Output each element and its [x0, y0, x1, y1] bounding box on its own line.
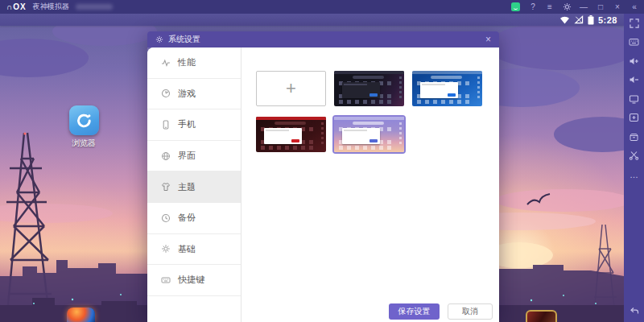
- mini-titlebar: [256, 117, 326, 120]
- titlebar-controls: ? ≡ — □ × «: [511, 2, 639, 11]
- minimize-button[interactable]: —: [579, 2, 588, 11]
- theme-grid: +: [242, 47, 499, 152]
- add-theme-plus-icon: +: [286, 80, 296, 97]
- sidebar-item-performance[interactable]: 性能: [147, 47, 241, 79]
- emulator-screen: 5:28 浏览器 系统设置 ×: [0, 14, 624, 322]
- mini-dialog: [342, 82, 380, 98]
- mini-dock-row: [339, 146, 395, 150]
- fullscreen-icon[interactable]: [629, 18, 640, 28]
- emulator-toolbar: …: [624, 14, 644, 322]
- dialog-close-button[interactable]: ×: [485, 35, 491, 44]
- browser-app-icon[interactable]: 浏览器: [66, 105, 101, 149]
- basic-icon: [161, 244, 171, 254]
- backup-icon: [161, 213, 171, 223]
- volume-down-icon[interactable]: [629, 75, 640, 85]
- blurred-instance-name: [76, 4, 113, 10]
- dialog-header: 系统设置 ×: [147, 31, 499, 47]
- sidebar-item-backup[interactable]: 备份: [147, 203, 241, 234]
- nox-logo: ∩OX: [6, 2, 27, 11]
- game-icon: [161, 89, 171, 98]
- mini-toolbar: [399, 122, 402, 147]
- volume-up-icon[interactable]: [629, 56, 640, 66]
- mini-searchbar: [353, 122, 383, 125]
- maximize-button[interactable]: □: [596, 2, 605, 11]
- back-icon[interactable]: [629, 305, 640, 316]
- mini-toolbar: [477, 76, 480, 101]
- mini-titlebar: [334, 71, 404, 74]
- save-settings-button[interactable]: 保存设置: [389, 303, 440, 320]
- screenshot-cut-icon[interactable]: [629, 151, 640, 161]
- menu-icon[interactable]: ≡: [545, 2, 555, 11]
- sidebar-item-shortcuts[interactable]: 快捷键: [147, 265, 241, 296]
- mini-dialog: [420, 82, 458, 98]
- mini-dialog: [342, 128, 380, 144]
- window-title: 夜神模拟器: [33, 2, 69, 12]
- shortcut-keys-icon: [161, 275, 171, 285]
- dialog-title: 系统设置: [168, 34, 200, 45]
- theme-thumbnail-add-custom-theme[interactable]: +: [256, 71, 326, 106]
- theme-icon: [161, 182, 171, 192]
- system-settings-dialog: 系统设置 × 性能 游戏: [147, 31, 499, 322]
- collapse-toolbar-icon[interactable]: «: [630, 2, 639, 11]
- mini-titlebar: [334, 117, 404, 120]
- sidebar-item-phone[interactable]: 手机: [147, 109, 241, 141]
- settings-sidebar: 性能 游戏 手机 界面: [147, 47, 242, 322]
- sidebar-item-theme[interactable]: 主题: [147, 171, 241, 203]
- game-app-icon-right[interactable]: [526, 310, 557, 322]
- nox-emulator-window: ∩OX 夜神模拟器 ? ≡ — □ × «: [0, 0, 644, 322]
- theme-thumbnail-red-theme[interactable]: [256, 117, 326, 152]
- shared-folder-icon[interactable]: [629, 131, 640, 142]
- mini-toolbar: [321, 122, 324, 147]
- theme-thumbnail-purple-sunset-theme[interactable]: [334, 117, 404, 152]
- titlebar: ∩OX 夜神模拟器 ? ≡ — □ × «: [0, 0, 644, 14]
- phone-icon: [161, 120, 171, 130]
- theme-thumbnail-blue-theme[interactable]: [412, 71, 482, 106]
- cellular-signal-icon: [574, 15, 584, 24]
- mini-titlebar: [412, 71, 482, 74]
- mini-dock-row: [339, 100, 395, 104]
- android-statusbar: 5:28: [0, 14, 624, 26]
- browser-icon-label: 浏览器: [66, 138, 101, 149]
- virtual-keyboard-icon[interactable]: [629, 37, 640, 47]
- sidebar-item-basic[interactable]: 基础: [147, 234, 241, 266]
- sidebar-item-interface[interactable]: 界面: [147, 141, 241, 172]
- mini-dock-row: [261, 146, 317, 150]
- mini-dock-row: [417, 100, 473, 104]
- app-store-icon[interactable]: [511, 2, 521, 11]
- mini-dialog: [264, 128, 302, 144]
- interface-icon: [161, 151, 171, 161]
- status-time: 5:28: [598, 15, 617, 25]
- more-options-icon[interactable]: …: [629, 169, 640, 180]
- store-smiley-icon: [511, 2, 520, 11]
- browser-icon-glyph: [69, 105, 99, 135]
- dialog-body: 性能 游戏 手机 界面: [147, 47, 499, 322]
- cancel-button[interactable]: 取消: [448, 303, 493, 320]
- help-icon[interactable]: ?: [528, 2, 538, 11]
- dialog-footer: 保存设置 取消: [389, 303, 493, 320]
- battery-icon: [588, 15, 594, 25]
- wifi-icon: [559, 15, 570, 24]
- mini-searchbar: [353, 76, 383, 79]
- mini-searchbar: [275, 122, 305, 125]
- performance-icon: [161, 58, 171, 68]
- close-button[interactable]: ×: [613, 2, 622, 11]
- theme-thumbnail-dark-theme[interactable]: [334, 71, 404, 106]
- dialog-gear-icon: [155, 35, 163, 43]
- mini-toolbar: [399, 76, 402, 101]
- sidebar-item-game[interactable]: 游戏: [147, 79, 241, 110]
- mini-searchbar: [431, 76, 461, 79]
- settings-gear-icon[interactable]: [562, 2, 572, 11]
- screen-icon[interactable]: [629, 93, 640, 104]
- game-app-icon-left[interactable]: [67, 308, 95, 322]
- theme-panel: + 保存设置: [242, 47, 499, 322]
- install-apk-icon[interactable]: [629, 113, 640, 123]
